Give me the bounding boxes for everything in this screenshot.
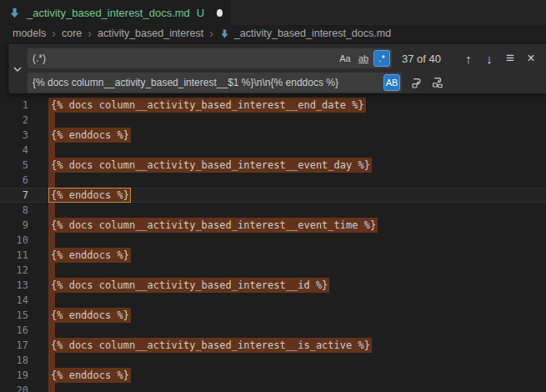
search-match-empty-line [48, 143, 55, 158]
editor[interactable]: (.*) Aa ab .* 37 of 40 ↑ ↓ ≡ × {% docs c… [0, 42, 546, 392]
editor-line[interactable]: 11{% enddocs %} [0, 248, 546, 263]
line-number: 1 [0, 98, 28, 113]
editor-line[interactable]: 19{% enddocs %} [0, 368, 546, 383]
line-number: 10 [0, 233, 28, 248]
line-number: 19 [0, 368, 28, 383]
editor-line[interactable]: 20 [0, 383, 546, 392]
editor-line[interactable]: 14 [0, 293, 546, 308]
toggle-replace-button[interactable] [9, 44, 26, 93]
line-number: 14 [0, 293, 28, 308]
search-match-empty-line [48, 173, 55, 188]
replace-button[interactable] [408, 73, 426, 92]
line-number: 20 [0, 383, 28, 392]
line-number: 6 [0, 173, 28, 188]
editor-lines: 1{% docs column__activity_based_interest… [0, 42, 546, 392]
editor-line[interactable]: 13{% docs column__activity_based_interes… [0, 278, 546, 293]
line-number: 9 [0, 218, 28, 233]
chevron-right-icon: › [209, 27, 213, 40]
search-match-empty-line [48, 233, 55, 248]
editor-line[interactable]: 16 [0, 323, 546, 338]
line-number: 17 [0, 338, 28, 353]
line-number: 11 [0, 248, 28, 263]
search-match-empty-line [48, 203, 55, 218]
replace-all-button[interactable] [428, 73, 447, 92]
line-number: 13 [0, 278, 28, 293]
next-match-button[interactable]: ↓ [480, 49, 498, 68]
line-number: 18 [0, 353, 28, 368]
breadcrumb-item-core[interactable]: core [62, 28, 82, 39]
editor-line[interactable]: 4 [0, 143, 546, 158]
search-match: {% docs column__activity_based_interest_… [48, 218, 378, 233]
editor-line[interactable]: 8 [0, 203, 546, 218]
editor-line[interactable]: 17{% docs column__activity_based_interes… [0, 338, 546, 353]
editor-line[interactable]: 7{% enddocs %} [0, 188, 546, 203]
search-match-empty-line [48, 383, 55, 392]
line-number: 5 [0, 158, 28, 173]
search-match: {% docs column__activity_based_interest_… [48, 338, 372, 353]
editor-line[interactable]: 12 [0, 263, 546, 278]
vscode-window: _activity_based_interest_docs.md U model… [0, 0, 546, 392]
line-number: 7 [0, 188, 28, 203]
close-find-widget-button[interactable]: × [522, 49, 540, 68]
previous-match-button[interactable]: ↑ [459, 49, 478, 68]
line-number: 8 [0, 203, 28, 218]
breadcrumb-filename: _activity_based_interest_docs.md [234, 28, 391, 39]
find-replace-widget: (.*) Aa ab .* 37 of 40 ↑ ↓ ≡ × {% docs c… [8, 44, 546, 93]
line-number: 12 [0, 263, 28, 278]
chevron-right-icon: › [88, 27, 92, 40]
search-match-empty-line [48, 263, 55, 278]
chevron-right-icon: › [52, 27, 56, 40]
editor-line[interactable]: 9{% docs column__activity_based_interest… [0, 218, 546, 233]
find-input[interactable]: (.*) Aa ab .* [28, 48, 392, 68]
find-query: (.*) [33, 53, 335, 64]
search-match-empty-line [48, 323, 55, 338]
tab-activity-based-interest-docs[interactable]: _activity_based_interest_docs.md U [0, 0, 231, 25]
editor-line[interactable]: 10 [0, 233, 546, 248]
tab-filename: _activity_based_interest_docs.md [27, 7, 190, 19]
whole-word-button[interactable]: ab [355, 50, 372, 67]
match-case-button[interactable]: Aa [337, 50, 353, 67]
search-match: {% docs column__activity_based_interest_… [48, 98, 366, 113]
chevron-down-icon [13, 66, 23, 73]
current-search-match: {% enddocs %} [48, 188, 131, 203]
replace-input[interactable]: {% docs column__activity_based_interest_… [28, 73, 402, 93]
find-in-selection-button[interactable]: ≡ [501, 49, 519, 68]
breadcrumb-item-activity-based-interest[interactable]: activity_based_interest [98, 28, 203, 39]
search-match: {% enddocs %} [48, 308, 131, 323]
search-match-empty-line [48, 113, 55, 128]
editor-line[interactable]: 5{% docs column__activity_based_interest… [0, 158, 546, 173]
search-match: {% enddocs %} [48, 248, 131, 263]
breadcrumb-item-file[interactable]: _activity_based_interest_docs.md [219, 28, 391, 39]
breadcrumb-item-models[interactable]: models [13, 28, 46, 39]
line-number: 16 [0, 323, 28, 338]
preserve-case-button[interactable]: AB [383, 74, 400, 91]
line-number: 15 [0, 308, 28, 323]
breadcrumb: models › core › activity_based_interest … [0, 25, 546, 42]
markdown-file-icon [8, 7, 21, 19]
editor-line[interactable]: 2 [0, 113, 546, 128]
search-match: {% enddocs %} [48, 368, 131, 383]
git-status-badge: U [197, 7, 204, 19]
replace-value: {% docs column__activity_based_interest_… [33, 77, 382, 88]
search-match-empty-line [48, 293, 55, 308]
line-number: 4 [0, 143, 28, 158]
editor-line[interactable]: 1{% docs column__activity_based_interest… [0, 98, 546, 113]
editor-line[interactable]: 15{% enddocs %} [0, 308, 546, 323]
search-match: {% enddocs %} [48, 128, 131, 143]
search-match: {% docs column__activity_based_interest_… [48, 158, 372, 173]
tab-bar: _activity_based_interest_docs.md U [0, 0, 546, 25]
unsaved-changes-dot[interactable] [217, 9, 223, 17]
match-count: 37 of 40 [402, 53, 457, 65]
line-number: 3 [0, 128, 28, 143]
search-match-empty-line [48, 353, 55, 368]
line-number: 2 [0, 113, 28, 128]
editor-line[interactable]: 18 [0, 353, 546, 368]
editor-line[interactable]: 3{% enddocs %} [0, 128, 546, 143]
editor-line[interactable]: 6 [0, 173, 546, 188]
search-match: {% docs column__activity_based_interest_… [48, 278, 329, 293]
regex-button[interactable]: .* [373, 50, 390, 67]
markdown-file-icon [219, 28, 230, 39]
